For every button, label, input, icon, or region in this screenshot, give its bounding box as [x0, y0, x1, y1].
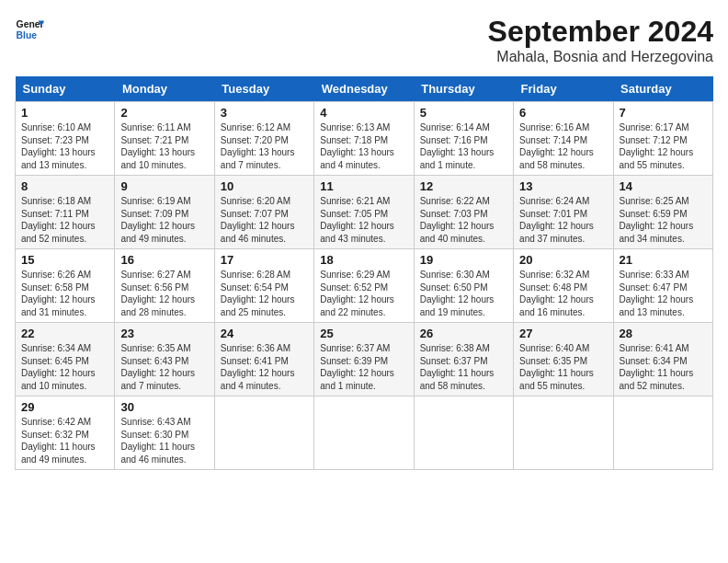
calendar-day-cell: 4Sunrise: 6:13 AMSunset: 7:18 PMDaylight… [314, 102, 414, 176]
day-info: Sunrise: 6:36 AMSunset: 6:41 PMDaylight:… [221, 342, 308, 392]
day-info: Sunrise: 6:11 AMSunset: 7:21 PMDaylight:… [120, 121, 208, 171]
calendar-day-cell: 26Sunrise: 6:38 AMSunset: 6:37 PMDayligh… [414, 323, 513, 396]
logo: General Blue [15, 15, 44, 44]
page-header: General Blue September 2024 Mahala, Bosn… [15, 15, 713, 65]
month-title: September 2024 [488, 15, 713, 49]
calendar-day-cell: 22Sunrise: 6:34 AMSunset: 6:45 PMDayligh… [16, 323, 115, 396]
calendar-day-cell: 15Sunrise: 6:26 AMSunset: 6:58 PMDayligh… [16, 249, 115, 323]
calendar-body: 1Sunrise: 6:10 AMSunset: 7:23 PMDaylight… [16, 102, 713, 470]
calendar-day-cell [613, 396, 712, 470]
day-number: 27 [519, 327, 607, 340]
calendar-day-cell: 6Sunrise: 6:16 AMSunset: 7:14 PMDaylight… [514, 102, 613, 176]
calendar-day-cell: 14Sunrise: 6:25 AMSunset: 6:59 PMDayligh… [613, 176, 712, 249]
calendar-week-row: 22Sunrise: 6:34 AMSunset: 6:45 PMDayligh… [16, 323, 713, 396]
calendar-day-cell: 29Sunrise: 6:42 AMSunset: 6:32 PMDayligh… [16, 396, 115, 470]
day-info: Sunrise: 6:30 AMSunset: 6:50 PMDaylight:… [420, 269, 507, 318]
day-info: Sunrise: 6:28 AMSunset: 6:54 PMDaylight:… [221, 269, 308, 318]
day-info: Sunrise: 6:38 AMSunset: 6:37 PMDaylight:… [420, 342, 507, 392]
day-info: Sunrise: 6:12 AMSunset: 7:20 PMDaylight:… [221, 121, 308, 171]
calendar-day-cell: 27Sunrise: 6:40 AMSunset: 6:35 PMDayligh… [514, 323, 613, 396]
calendar-day-cell: 3Sunrise: 6:12 AMSunset: 7:20 PMDaylight… [214, 102, 313, 176]
day-info: Sunrise: 6:18 AMSunset: 7:11 PMDaylight:… [21, 195, 108, 245]
day-info: Sunrise: 6:40 AMSunset: 6:35 PMDaylight:… [519, 342, 607, 392]
day-number: 17 [221, 253, 308, 267]
calendar-day-cell: 21Sunrise: 6:33 AMSunset: 6:47 PMDayligh… [613, 249, 712, 323]
day-number: 13 [519, 179, 607, 193]
day-number: 24 [221, 327, 308, 340]
calendar-day-cell: 17Sunrise: 6:28 AMSunset: 6:54 PMDayligh… [214, 249, 313, 323]
day-info: Sunrise: 6:29 AMSunset: 6:52 PMDaylight:… [320, 269, 407, 318]
day-info: Sunrise: 6:27 AMSunset: 6:56 PMDaylight:… [120, 269, 208, 318]
calendar-header-cell: Tuesday [214, 76, 313, 102]
day-number: 4 [320, 106, 407, 120]
day-info: Sunrise: 6:42 AMSunset: 6:32 PMDaylight:… [21, 416, 108, 465]
day-info: Sunrise: 6:13 AMSunset: 7:18 PMDaylight:… [320, 121, 407, 171]
calendar-day-cell: 19Sunrise: 6:30 AMSunset: 6:50 PMDayligh… [414, 249, 513, 323]
day-info: Sunrise: 6:25 AMSunset: 6:59 PMDaylight:… [620, 195, 707, 245]
day-info: Sunrise: 6:26 AMSunset: 6:58 PMDaylight:… [21, 269, 108, 318]
calendar-day-cell: 8Sunrise: 6:18 AMSunset: 7:11 PMDaylight… [16, 176, 115, 249]
day-number: 12 [420, 179, 507, 193]
day-number: 2 [120, 106, 208, 120]
day-number: 10 [221, 179, 308, 193]
day-info: Sunrise: 6:34 AMSunset: 6:45 PMDaylight:… [21, 342, 108, 392]
calendar-day-cell: 1Sunrise: 6:10 AMSunset: 7:23 PMDaylight… [16, 102, 115, 176]
day-number: 5 [420, 106, 507, 120]
day-info: Sunrise: 6:16 AMSunset: 7:14 PMDaylight:… [519, 121, 607, 171]
calendar-day-cell [214, 396, 313, 470]
calendar-day-cell: 9Sunrise: 6:19 AMSunset: 7:09 PMDaylight… [115, 176, 214, 249]
calendar-day-cell: 2Sunrise: 6:11 AMSunset: 7:21 PMDaylight… [115, 102, 214, 176]
calendar-day-cell: 28Sunrise: 6:41 AMSunset: 6:34 PMDayligh… [613, 323, 712, 396]
day-number: 8 [21, 179, 108, 193]
calendar-day-cell: 7Sunrise: 6:17 AMSunset: 7:12 PMDaylight… [613, 102, 712, 176]
day-number: 22 [21, 327, 108, 340]
day-number: 18 [320, 253, 407, 267]
day-info: Sunrise: 6:21 AMSunset: 7:05 PMDaylight:… [320, 195, 407, 245]
calendar-day-cell: 24Sunrise: 6:36 AMSunset: 6:41 PMDayligh… [214, 323, 313, 396]
logo-icon: General Blue [15, 15, 44, 44]
day-number: 25 [320, 327, 407, 340]
calendar-week-row: 29Sunrise: 6:42 AMSunset: 6:32 PMDayligh… [16, 396, 713, 470]
calendar-header-cell: Monday [115, 76, 214, 102]
location-title: Mahala, Bosnia and Herzegovina [488, 49, 713, 65]
calendar-week-row: 8Sunrise: 6:18 AMSunset: 7:11 PMDaylight… [16, 176, 713, 249]
day-number: 16 [120, 253, 208, 267]
day-info: Sunrise: 6:24 AMSunset: 7:01 PMDaylight:… [519, 195, 607, 245]
calendar-day-cell: 25Sunrise: 6:37 AMSunset: 6:39 PMDayligh… [314, 323, 414, 396]
calendar-week-row: 1Sunrise: 6:10 AMSunset: 7:23 PMDaylight… [16, 102, 713, 176]
day-info: Sunrise: 6:35 AMSunset: 6:43 PMDaylight:… [120, 342, 208, 392]
day-info: Sunrise: 6:32 AMSunset: 6:48 PMDaylight:… [519, 269, 607, 318]
calendar-header-cell: Thursday [414, 76, 513, 102]
calendar-header-cell: Sunday [16, 76, 115, 102]
day-number: 19 [420, 253, 507, 267]
calendar-day-cell: 12Sunrise: 6:22 AMSunset: 7:03 PMDayligh… [414, 176, 513, 249]
calendar-header-cell: Saturday [613, 76, 712, 102]
day-info: Sunrise: 6:33 AMSunset: 6:47 PMDaylight:… [620, 269, 707, 318]
day-info: Sunrise: 6:37 AMSunset: 6:39 PMDaylight:… [320, 342, 407, 392]
day-number: 23 [120, 327, 208, 340]
calendar-day-cell: 20Sunrise: 6:32 AMSunset: 6:48 PMDayligh… [514, 249, 613, 323]
day-number: 20 [519, 253, 607, 267]
calendar-day-cell [414, 396, 513, 470]
day-number: 11 [320, 179, 407, 193]
title-area: September 2024 Mahala, Bosnia and Herzeg… [488, 15, 713, 65]
day-info: Sunrise: 6:22 AMSunset: 7:03 PMDaylight:… [420, 195, 507, 245]
day-number: 6 [519, 106, 607, 120]
day-info: Sunrise: 6:14 AMSunset: 7:16 PMDaylight:… [420, 121, 507, 171]
day-number: 26 [420, 327, 507, 340]
day-info: Sunrise: 6:41 AMSunset: 6:34 PMDaylight:… [620, 342, 707, 392]
calendar-header-cell: Wednesday [314, 76, 414, 102]
calendar-day-cell: 10Sunrise: 6:20 AMSunset: 7:07 PMDayligh… [214, 176, 313, 249]
calendar-day-cell: 23Sunrise: 6:35 AMSunset: 6:43 PMDayligh… [115, 323, 214, 396]
calendar-week-row: 15Sunrise: 6:26 AMSunset: 6:58 PMDayligh… [16, 249, 713, 323]
day-number: 1 [21, 106, 108, 120]
day-info: Sunrise: 6:19 AMSunset: 7:09 PMDaylight:… [120, 195, 208, 245]
day-info: Sunrise: 6:10 AMSunset: 7:23 PMDaylight:… [21, 121, 108, 171]
day-number: 3 [221, 106, 308, 120]
calendar-day-cell: 11Sunrise: 6:21 AMSunset: 7:05 PMDayligh… [314, 176, 414, 249]
svg-text:Blue: Blue [17, 30, 38, 40]
calendar-day-cell: 13Sunrise: 6:24 AMSunset: 7:01 PMDayligh… [514, 176, 613, 249]
day-info: Sunrise: 6:20 AMSunset: 7:07 PMDaylight:… [221, 195, 308, 245]
day-info: Sunrise: 6:43 AMSunset: 6:30 PMDaylight:… [120, 416, 208, 465]
calendar-day-cell: 30Sunrise: 6:43 AMSunset: 6:30 PMDayligh… [115, 396, 214, 470]
